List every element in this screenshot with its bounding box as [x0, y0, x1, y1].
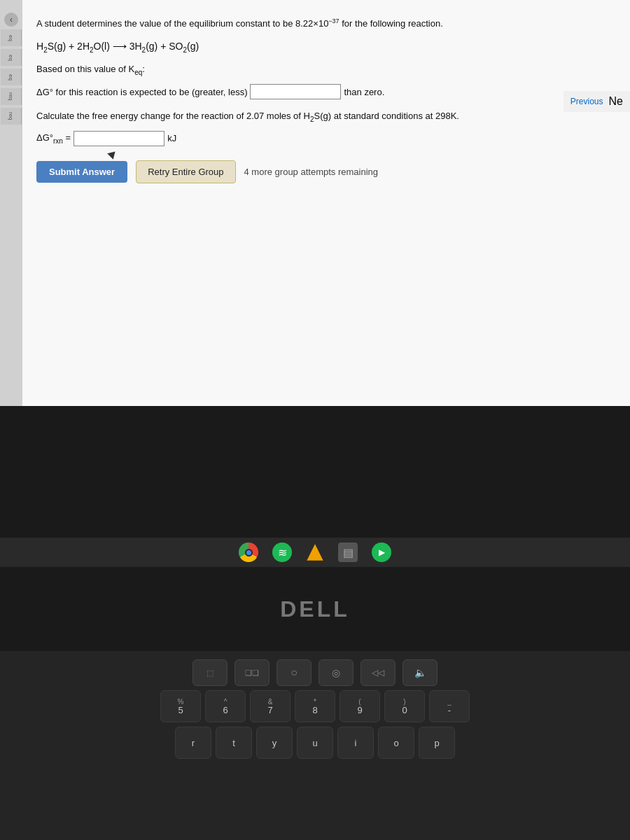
dell-logo: DELL — [280, 596, 350, 622]
files-icon[interactable]: ▤ — [338, 542, 358, 562]
key-7-bottom: 7 — [267, 706, 272, 715]
sidebar: ‹ eq eq eq req req — [0, 0, 22, 406]
question-intro: A student determines the value of the eq… — [36, 17, 609, 31]
rxn-unit: kJ — [167, 133, 176, 144]
nav-bar: Previous Ne — [564, 91, 630, 112]
key-r[interactable]: r — [175, 727, 211, 759]
key-8[interactable]: * 8 — [295, 690, 335, 722]
key-0-bottom: 0 — [402, 706, 407, 715]
key-7[interactable]: & 7 — [250, 690, 290, 722]
delta-g-input[interactable] — [250, 84, 341, 99]
key-y-label: y — [272, 738, 277, 748]
key-8-top: * — [314, 699, 316, 706]
key-9[interactable]: ( 9 — [340, 690, 380, 722]
delta-g-suffix: than zero. — [344, 87, 384, 97]
key-5-top: % — [178, 699, 184, 706]
spotify-icon[interactable]: ≋ — [272, 542, 292, 562]
key-0[interactable]: ) 0 — [384, 690, 425, 722]
key-u[interactable]: u — [297, 727, 333, 759]
attempts-remaining: 4 more group attempts remaining — [244, 167, 378, 177]
key-u-label: u — [312, 738, 317, 748]
nav-separator: Ne — [609, 95, 623, 108]
key-r-label: r — [192, 738, 195, 748]
key-minus-top: _ — [447, 699, 451, 706]
rxn-input[interactable] — [74, 131, 164, 146]
calculate-line: Calculate the free energy change for the… — [36, 109, 609, 125]
submit-answer-button[interactable]: Submit Answer — [36, 161, 127, 183]
play-icon[interactable]: ▶ — [372, 542, 391, 562]
reaction-equation: H2S(g) + 2H2O(l) ⟶ 3H2(g) + SO2(g) — [36, 41, 609, 54]
taskbar: ≋ ▤ ▶ — [0, 538, 630, 567]
key-i[interactable]: i — [337, 727, 374, 759]
key-8-bottom: 8 — [312, 706, 317, 715]
button-row: Submit Answer Retry Entire Group 4 more … — [36, 160, 609, 183]
sidebar-tab-4[interactable]: req — [1, 88, 22, 105]
keyboard-nav-row: ⬚ ❑❑ ○ ◎ ◁◁ 🔈 — [0, 651, 630, 690]
key-6[interactable]: ^ 6 — [205, 690, 246, 722]
key-6-bottom: 6 — [223, 706, 227, 715]
key-i-label: i — [355, 738, 357, 748]
delta-g-label: ΔG° for this reaction is expected to be … — [36, 87, 247, 97]
sidebar-tab-2[interactable]: eq — [1, 49, 22, 66]
key-minus-bottom: - — [448, 706, 451, 715]
key-5[interactable]: % 5 — [160, 690, 201, 722]
sidebar-tab-1[interactable]: eq — [1, 29, 22, 46]
key-p-label: p — [434, 738, 439, 748]
sidebar-collapse-button[interactable]: ‹ — [4, 13, 18, 27]
main-content: A student determines the value of the eq… — [22, 0, 630, 406]
key-9-top: ( — [358, 699, 360, 706]
dell-logo-area: DELL — [0, 567, 630, 651]
key-6-top: ^ — [224, 699, 227, 706]
retry-entire-group-button[interactable]: Retry Entire Group — [136, 160, 235, 183]
circle-key[interactable]: ○ — [276, 659, 312, 686]
rxn-line: ΔG°rxn = kJ — [36, 131, 609, 146]
key-7-top: & — [268, 699, 273, 706]
key-minus[interactable]: _ - — [429, 690, 470, 722]
screen-area: ‹ eq eq eq req req A student determines … — [0, 0, 630, 406]
vol-down-key[interactable]: 🔈 — [402, 659, 438, 686]
cursor — [107, 148, 118, 160]
key-5-bottom: 5 — [178, 706, 183, 715]
rxn-delta-label: ΔG°rxn = — [36, 132, 71, 145]
previous-link[interactable]: Previous — [570, 97, 603, 106]
chrome-icon[interactable] — [239, 542, 258, 562]
keyboard-number-row: % 5 ^ 6 & 7 * 8 ( 9 ) 0 _ - — [0, 690, 630, 727]
exponent: −37 — [328, 18, 339, 24]
keyboard-letter-row: r t y u i o p — [0, 727, 630, 763]
key-t-label: t — [232, 738, 235, 748]
key-t[interactable]: t — [216, 727, 252, 759]
vol-mute-key[interactable]: ◁◁ — [360, 659, 396, 686]
keyboard: ⬚ ❑❑ ○ ◎ ◁◁ 🔈 % 5 ^ 6 & 7 * 8 ( 9 ) 0 — [0, 651, 630, 840]
alert-icon[interactable] — [306, 543, 324, 561]
delta-g-line: ΔG° for this reaction is expected to be … — [36, 84, 609, 99]
sidebar-tab-5[interactable]: req — [1, 108, 22, 125]
key-o[interactable]: o — [378, 727, 414, 759]
key-p[interactable]: p — [419, 727, 455, 759]
key-o-label: o — [393, 738, 398, 748]
key-9-bottom: 9 — [357, 706, 362, 715]
brightness-key[interactable]: ◎ — [318, 659, 354, 686]
multitask-key[interactable]: ❑❑ — [234, 659, 270, 686]
based-on-text: Based on this value of Keq: — [36, 64, 609, 76]
key-0-top: ) — [403, 699, 405, 706]
sidebar-tab-3[interactable]: eq — [1, 69, 22, 85]
screenshot-key[interactable]: ⬚ — [192, 659, 227, 686]
key-y[interactable]: y — [256, 727, 293, 759]
